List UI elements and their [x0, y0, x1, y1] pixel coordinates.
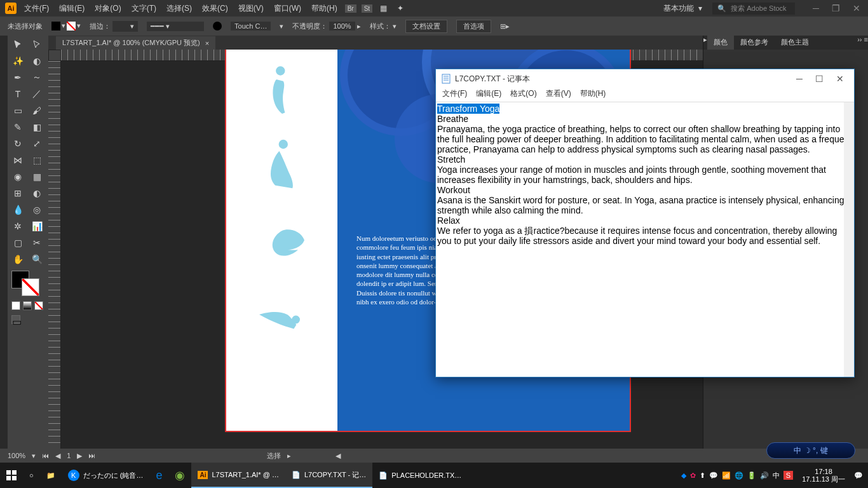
color-theme-panel-tab[interactable]: 颜色主题 — [775, 36, 815, 50]
notepad-close-icon[interactable]: ✕ — [836, 74, 844, 84]
stroke-swatch-icon[interactable] — [67, 22, 76, 30]
notepad-menu-edit[interactable]: 编辑(E) — [476, 88, 501, 102]
gpu-icon[interactable]: ✦ — [395, 3, 406, 14]
menu-type[interactable]: 文字(T) — [129, 2, 159, 15]
notepad-menu-help[interactable]: 帮助(H) — [580, 88, 606, 102]
column-graph-tool-icon[interactable]: 📊 — [28, 219, 46, 234]
bridge-icon[interactable]: Br — [345, 4, 356, 13]
tray-icon[interactable]: ⬆ — [700, 471, 705, 480]
edge-browser-icon[interactable]: e — [149, 463, 168, 488]
menu-view[interactable]: 视图(V) — [236, 2, 266, 15]
workspace-switcher[interactable]: 基本功能 ▾ — [658, 2, 705, 15]
shape-builder-tool-icon[interactable]: ◉ — [9, 169, 27, 184]
notepad-text-area[interactable]: Transform Yoga Breathe Pranayama, the yo… — [436, 102, 854, 377]
paintbrush-tool-icon[interactable]: 🖌 — [28, 103, 46, 118]
rotate-tool-icon[interactable]: ↻ — [9, 136, 27, 151]
gradient-tool-icon[interactable]: ◐ — [28, 186, 46, 201]
illustrator-task[interactable]: AiL7START_1.AI* @ … — [191, 463, 285, 488]
type-tool-icon[interactable]: T — [9, 86, 27, 102]
first-page-icon[interactable]: ⏮ — [42, 452, 49, 459]
cortana-search-icon[interactable]: ○ — [23, 463, 40, 488]
network-tray-icon[interactable]: 📶 — [722, 471, 731, 480]
more-panels-icon[interactable]: ›› ≡ — [857, 36, 868, 50]
hand-tool-icon[interactable]: ✋ — [9, 252, 27, 267]
symbol-sprayer-tool-icon[interactable]: ✲ — [9, 219, 27, 234]
opacity-input[interactable]: 100% — [329, 22, 355, 30]
menu-edit[interactable]: 编辑(E) — [57, 2, 87, 15]
notepad-menu-file[interactable]: 文件(F) — [442, 88, 467, 102]
width-tool-icon[interactable]: ⋈ — [9, 152, 27, 168]
pen-tool-icon[interactable]: ✒ — [9, 70, 27, 85]
tab-close-icon[interactable]: × — [205, 39, 209, 47]
fill-swatch-icon[interactable] — [51, 22, 60, 30]
notepad-titlebar[interactable]: L7COPY.TXT - 记事本 ─ ☐ ✕ — [436, 69, 854, 88]
eraser-tool-icon[interactable]: ◧ — [28, 119, 46, 135]
notifications-icon[interactable]: 💬 — [854, 471, 863, 480]
network-icon[interactable]: 🌐 — [735, 471, 743, 480]
next-page-icon[interactable]: ▶ — [77, 452, 82, 460]
browser-icon[interactable]: ◉ — [168, 463, 191, 488]
perspective-tool-icon[interactable]: ▦ — [28, 169, 46, 184]
ruler-origin-icon[interactable] — [48, 50, 61, 61]
document-tab[interactable]: L7START_1.AI* @ 100% (CMYK/GPU 预览) × — [56, 36, 215, 50]
notepad-menu-view[interactable]: 查看(V) — [546, 88, 571, 102]
notepad-menu-format[interactable]: 格式(O) — [510, 88, 536, 102]
none-mode-icon[interactable] — [34, 301, 43, 310]
color-mode-icon[interactable] — [11, 301, 20, 310]
taskbar-clock[interactable]: 17:18 17.11.13 周一 — [802, 468, 845, 483]
blend-tool-icon[interactable]: ◎ — [28, 202, 46, 217]
tray-icon[interactable]: ✿ — [690, 471, 696, 480]
prev-page-icon[interactable]: ◀ — [55, 452, 60, 460]
direct-selection-tool-icon[interactable] — [28, 37, 46, 52]
window-close-icon[interactable]: ✕ — [850, 2, 863, 15]
sogou-tray-icon[interactable]: S — [783, 471, 793, 480]
file-explorer-icon[interactable]: 📁 — [40, 463, 62, 488]
shaper-tool-icon[interactable]: ✎ — [9, 119, 27, 135]
notepad-maximize-icon[interactable]: ☐ — [815, 74, 824, 84]
document-setup-button[interactable]: 文档设置 — [405, 20, 447, 33]
selection-tool-icon[interactable] — [9, 37, 27, 52]
artboard-tool-icon[interactable]: ▢ — [9, 235, 27, 250]
menu-select[interactable]: 选择(S) — [164, 2, 194, 15]
stroke-weight-dropdown[interactable]: ▾ — [112, 21, 138, 32]
zoom-tool-icon[interactable]: 🔍 — [28, 252, 46, 267]
menu-file[interactable]: 文件(F) — [22, 2, 51, 15]
start-button[interactable] — [0, 463, 23, 488]
magic-wand-tool-icon[interactable]: ✨ — [9, 53, 27, 69]
window-restore-icon[interactable]: ❐ — [829, 2, 843, 15]
touch-dropdown[interactable]: Touch C… — [231, 22, 271, 30]
volume-tray-icon[interactable]: 🔊 — [760, 471, 769, 480]
slice-tool-icon[interactable]: ✂ — [28, 235, 46, 250]
rectangle-tool-icon[interactable]: ▭ — [9, 103, 27, 118]
last-page-icon[interactable]: ⏭ — [88, 452, 95, 459]
stroke-profile-dropdown[interactable]: ━━━ ▾ — [147, 22, 204, 31]
selection-next-icon[interactable]: ▸ — [287, 452, 291, 460]
stock-icon[interactable]: St — [362, 4, 372, 13]
ime-bar[interactable]: 中 ☽ °, 键 — [766, 442, 855, 459]
notepad-minimize-icon[interactable]: ─ — [796, 74, 803, 84]
preferences-button[interactable]: 首选项 — [456, 20, 491, 33]
fill-stroke-swatches[interactable] — [9, 271, 47, 299]
menu-object[interactable]: 对象(O) — [92, 2, 123, 15]
kugou-music-task[interactable]: Kだったのに (純音… — [62, 463, 150, 488]
zoom-dropdown[interactable]: 100% — [8, 452, 25, 459]
color-panel-tab[interactable]: 颜色 — [707, 36, 734, 50]
scroll-left-icon[interactable]: ◀ — [336, 452, 341, 460]
gradient-mode-icon[interactable] — [23, 301, 32, 310]
placeholder-task[interactable]: 📄PLACEHOLDER.TX… — [372, 463, 468, 488]
menu-effect[interactable]: 效果(C) — [200, 2, 231, 15]
wechat-tray-icon[interactable]: 💬 — [709, 471, 718, 480]
menu-help[interactable]: 帮助(H) — [309, 2, 340, 15]
stock-search-input[interactable]: 🔍 搜索 Adobe Stock — [712, 3, 795, 15]
line-tool-icon[interactable]: ／ — [28, 86, 46, 102]
tray-icon[interactable]: ◆ — [681, 471, 686, 480]
align-icon[interactable]: ⊞▸ — [500, 22, 510, 30]
screen-mode-icon[interactable]: ▭ — [11, 315, 20, 324]
page-number[interactable]: 1 — [67, 452, 71, 459]
notepad-task[interactable]: 📄L7COPY.TXT - 记… — [285, 463, 372, 488]
window-minimize-icon[interactable]: ─ — [810, 2, 822, 15]
notepad-scrollbar[interactable] — [844, 102, 854, 377]
battery-tray-icon[interactable]: 🔋 — [747, 471, 756, 480]
stroke-color-icon[interactable] — [22, 278, 39, 296]
brush-swatch-icon[interactable] — [213, 22, 222, 30]
